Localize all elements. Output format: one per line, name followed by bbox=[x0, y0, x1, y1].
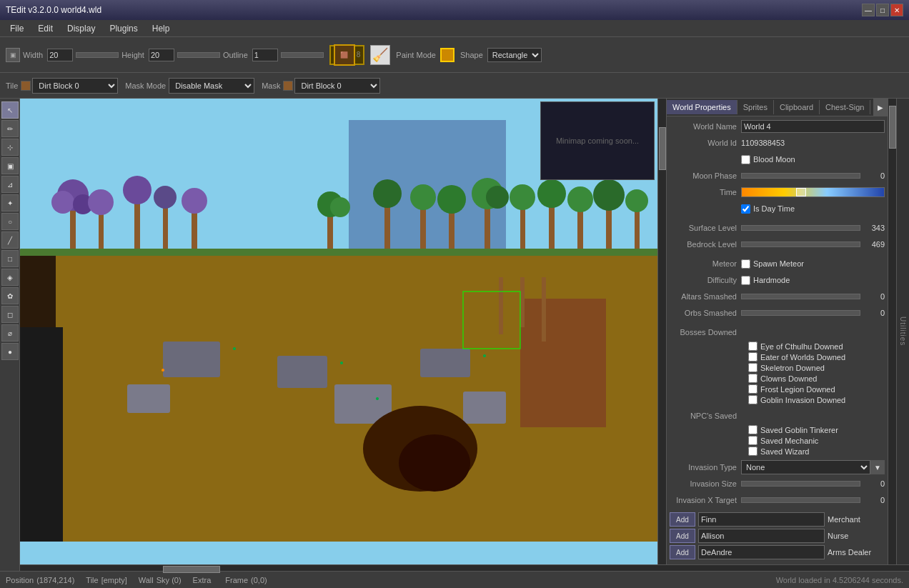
shape-select[interactable]: Rectangle Circle Line bbox=[487, 48, 542, 62]
maximize-button[interactable]: □ bbox=[876, 4, 889, 16]
tile-color-box bbox=[21, 81, 31, 91]
npc-saved-checkbox-2[interactable] bbox=[748, 436, 758, 445]
npc-add-btn-3[interactable]: Add bbox=[670, 545, 695, 559]
blood-moon-checkbox[interactable] bbox=[741, 155, 750, 164]
difficulty-checkbox[interactable] bbox=[741, 276, 750, 285]
time-slider[interactable] bbox=[741, 187, 885, 197]
moon-phase-slider[interactable] bbox=[741, 173, 860, 179]
svg-point-29 bbox=[537, 179, 566, 208]
height-input[interactable] bbox=[149, 49, 174, 61]
tool-fill[interactable]: ▣ bbox=[1, 157, 19, 174]
boss-checkbox-5[interactable] bbox=[748, 384, 758, 394]
menu-display[interactable]: Display bbox=[60, 22, 102, 35]
tab-sprites[interactable]: Sprites bbox=[737, 100, 774, 114]
toolbar-size-group: ▣ Width Height Outline bbox=[6, 48, 324, 62]
menu-help[interactable]: Help bbox=[145, 22, 177, 35]
window-title: TEdit v3.2.0.0 world4.wld bbox=[6, 5, 862, 15]
boss-checkbox-2[interactable] bbox=[748, 352, 758, 362]
svg-point-55 bbox=[340, 362, 343, 364]
menu-edit[interactable]: Edit bbox=[31, 22, 60, 35]
npc-add-btn-2[interactable]: Add bbox=[670, 529, 695, 543]
outline-input[interactable] bbox=[252, 49, 278, 61]
boss-label-6: Goblin Invasion Downed bbox=[760, 396, 845, 404]
surface-level-slider[interactable] bbox=[741, 225, 860, 231]
frame-section: Frame (0,0) bbox=[225, 576, 267, 584]
tool-brush[interactable]: ⌀ bbox=[1, 324, 19, 342]
npc-name-input-3[interactable] bbox=[698, 545, 825, 559]
eraser-button[interactable]: 🧹 bbox=[370, 45, 390, 65]
boss-row-4: Clowns Downed bbox=[670, 374, 885, 383]
canvas-hscroll[interactable] bbox=[20, 564, 909, 571]
extra-label: Extra bbox=[193, 576, 212, 584]
meteor-checkbox[interactable] bbox=[741, 259, 750, 269]
tool-morph[interactable]: ◈ bbox=[1, 269, 19, 286]
invasion-type-arrow[interactable]: ▼ bbox=[870, 460, 885, 474]
tool-arrow[interactable]: ↖ bbox=[1, 101, 19, 119]
minimap: Minimap coming soon... bbox=[540, 101, 655, 180]
tool-wand[interactable]: ✦ bbox=[1, 194, 19, 211]
invasion-type-select[interactable]: None bbox=[741, 460, 870, 474]
tool-eyedrop[interactable]: ⊿ bbox=[1, 176, 19, 193]
npc-saved-checkbox-1[interactable] bbox=[748, 425, 758, 434]
tile-select[interactable]: Dirt Block 0 bbox=[32, 78, 118, 94]
npc-name-input-1[interactable] bbox=[698, 512, 825, 527]
mask-mode-select[interactable]: Disable Mask bbox=[169, 78, 254, 94]
world-id-value: 1109388453 bbox=[741, 139, 885, 147]
mask-select[interactable]: Dirt Block 0 bbox=[294, 78, 380, 94]
tool-rect[interactable]: □ bbox=[1, 250, 19, 267]
tool-point[interactable]: ● bbox=[1, 343, 19, 360]
invasion-size-slider[interactable] bbox=[741, 481, 860, 487]
canvas-vscroll[interactable] bbox=[657, 99, 666, 564]
panel-expand-btn[interactable]: ▶ bbox=[873, 99, 888, 116]
boss-checkbox-6[interactable] bbox=[748, 395, 758, 404]
minimize-button[interactable]: — bbox=[862, 4, 875, 16]
tool-line[interactable]: ╱ bbox=[1, 231, 19, 249]
width-slider[interactable] bbox=[76, 52, 119, 58]
moon-phase-label: Moon Phase bbox=[670, 171, 741, 180]
world-canvas[interactable]: Minimap coming soon... bbox=[20, 99, 657, 564]
bedrock-level-slider[interactable] bbox=[741, 241, 860, 247]
is-day-checkbox[interactable] bbox=[741, 204, 750, 214]
shape-label: Shape bbox=[460, 51, 483, 59]
tile-btn[interactable]: 🟫 8 bbox=[329, 45, 365, 65]
invasion-x-slider[interactable] bbox=[741, 497, 860, 503]
npc-saved-row-3: Saved Wizard bbox=[670, 447, 885, 456]
vscroll-thumb[interactable] bbox=[659, 127, 666, 170]
orbs-smashed-slider[interactable] bbox=[741, 310, 860, 316]
tab-clipboard[interactable]: Clipboard bbox=[774, 100, 820, 114]
tool-sprite[interactable]: ✿ bbox=[1, 287, 19, 304]
tab-world-props[interactable]: World Properties bbox=[667, 100, 737, 114]
menu-plugins[interactable]: Plugins bbox=[102, 22, 144, 35]
tool-pencil[interactable]: ✏ bbox=[1, 120, 19, 137]
boss-checkbox-3[interactable] bbox=[748, 363, 758, 372]
boss-checkbox-4[interactable] bbox=[748, 374, 758, 383]
altars-smashed-slider[interactable] bbox=[741, 294, 860, 299]
npc-saved-checkbox-3[interactable] bbox=[748, 447, 758, 456]
hscroll-thumb[interactable] bbox=[163, 566, 220, 573]
npc-add-btn-1[interactable]: Add bbox=[670, 512, 695, 527]
meteor-row: Meteor Spawn Meteor bbox=[670, 256, 885, 271]
extra-section: Extra bbox=[193, 576, 214, 584]
menu-file[interactable]: File bbox=[3, 22, 31, 35]
tool-circle[interactable]: ○ bbox=[1, 213, 19, 230]
width-label: Width bbox=[23, 51, 43, 59]
tool-eraser[interactable]: ◻ bbox=[1, 306, 19, 323]
width-input[interactable] bbox=[47, 49, 73, 61]
boss-checkbox-1[interactable] bbox=[748, 342, 758, 351]
hardmode-text: Hardmode bbox=[753, 276, 885, 284]
boss-label-1: Eye of Cthulhu Downed bbox=[760, 342, 843, 351]
panel-scrollbar[interactable] bbox=[888, 99, 896, 564]
invasion-x-label: Invasion X Target bbox=[670, 496, 741, 504]
utilities-tab[interactable]: Utilities bbox=[896, 99, 909, 564]
tile-status-value: [empty] bbox=[101, 576, 127, 584]
tool-select[interactable]: ⊹ bbox=[1, 139, 19, 156]
outline-slider[interactable] bbox=[281, 52, 324, 58]
npc-name-input-2[interactable] bbox=[698, 529, 825, 543]
panel-scrollbar-thumb[interactable] bbox=[889, 106, 896, 149]
world-id-row: World Id 1109388453 bbox=[670, 136, 885, 150]
tab-chest-sign[interactable]: Chest-Sign bbox=[820, 100, 870, 114]
close-button[interactable]: ✕ bbox=[890, 4, 903, 16]
world-name-input[interactable] bbox=[741, 120, 885, 133]
height-slider[interactable] bbox=[177, 52, 220, 58]
boss-row-3: Skeletron Downed bbox=[670, 363, 885, 372]
